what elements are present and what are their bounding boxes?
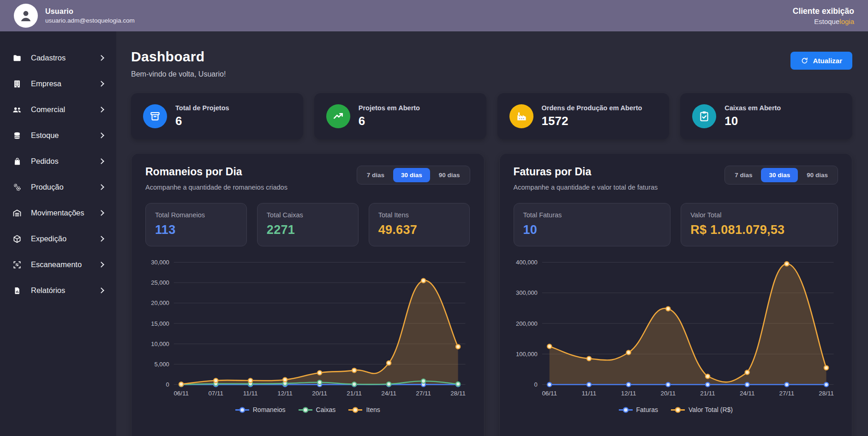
legend-label: Caixas (316, 406, 336, 413)
chevron-right-icon (98, 236, 104, 242)
line-chart-faturas: 0100,000200,000300,000400,00006/1111/111… (514, 255, 838, 403)
legend-item-romaneios[interactable]: Romaneios (235, 406, 286, 413)
svg-text:5,000: 5,000 (154, 361, 169, 368)
summary-total-faturas: Total Faturas10 (514, 203, 671, 246)
sidebar-item-estoque[interactable]: Estoque (0, 125, 116, 146)
range-button-30-dias[interactable]: 30 dias (393, 168, 430, 182)
range-button-90-dias[interactable]: 90 dias (799, 168, 836, 182)
chart-title: Faturas por Dia (514, 166, 658, 178)
svg-text:28/11: 28/11 (450, 390, 466, 397)
svg-text:11/11: 11/11 (243, 390, 258, 397)
page-title: Dashboard (131, 49, 226, 65)
range-button-30-dias[interactable]: 30 dias (761, 168, 798, 182)
legend-item-caixas[interactable]: Caixas (299, 406, 336, 413)
brand-logo: Estoquelogia (793, 18, 854, 25)
chevron-right-icon (98, 262, 104, 268)
chart-legend: FaturasValor Total (R$) (514, 406, 838, 413)
summary-total-romaneios: Total Romaneios113 (145, 203, 247, 246)
page-subtitle: Bem-vindo de volta, Usuario! (131, 70, 226, 78)
sidebar-item-movimentacoes[interactable]: Movimentações (0, 202, 116, 224)
client-name: Cliente exibição (793, 6, 854, 16)
summary-value: 2271 (267, 223, 349, 237)
charts-row: Romaneios por DiaAcompanhe a quantidade … (131, 153, 852, 436)
bag-icon (12, 157, 22, 166)
sidebar-item-label: Movimentações (31, 209, 90, 217)
legend-item-faturas[interactable]: Faturas (619, 406, 658, 413)
refresh-icon (801, 57, 808, 65)
stat-card-label: Ordens de Produção em Aberto (542, 104, 642, 112)
stat-card-projetos-em-aberto: Projetos em Aberto6 (314, 93, 486, 139)
user-name: Usuario (45, 7, 135, 16)
chevron-right-icon (98, 184, 104, 190)
svg-text:12/11: 12/11 (621, 390, 636, 397)
range-button-7-dias[interactable]: 7 dias (727, 168, 760, 182)
chart-summaries: Total Romaneios113Total Caixas2271Total … (145, 203, 470, 246)
legend-label: Faturas (636, 406, 658, 413)
chart-summaries: Total Faturas10Valor TotalR$ 1.081.079,5… (514, 203, 838, 246)
chart-panel-romaneios: Romaneios por DiaAcompanhe a quantidade … (131, 153, 485, 436)
sidebar-item-cadastros[interactable]: Cadastros (0, 47, 116, 69)
chevron-right-icon (98, 107, 104, 113)
legend-label: Itens (366, 406, 380, 413)
svg-text:15,000: 15,000 (151, 320, 169, 327)
sidebar-item-producao[interactable]: Produção (0, 176, 116, 198)
sidebar-item-label: Comercial (31, 105, 90, 114)
svg-text:300,000: 300,000 (516, 289, 538, 296)
svg-text:06/11: 06/11 (174, 390, 189, 397)
sidebar-item-label: Pedidos (31, 157, 90, 166)
clipboard-check-icon (692, 104, 716, 128)
svg-text:28/11: 28/11 (819, 390, 834, 397)
svg-text:07/11: 07/11 (208, 390, 223, 397)
sidebar-item-expedicao[interactable]: Expedição (0, 228, 116, 250)
svg-text:24/11: 24/11 (381, 390, 396, 397)
sidebar-item-relatorios[interactable]: Relatórios (0, 280, 116, 301)
stat-card-label: Projetos em Aberto (359, 104, 420, 112)
svg-text:30,000: 30,000 (151, 259, 169, 266)
person-icon (18, 8, 34, 24)
summary-label: Valor Total (690, 211, 828, 219)
user-profile[interactable]: Usuario usuario.adm@estoquelogia.com (14, 4, 135, 28)
legend-item-itens[interactable]: Itens (348, 406, 380, 413)
qr-icon (12, 260, 22, 269)
legend-label: Romaneios (253, 406, 286, 413)
summary-total-itens: Total Itens49.637 (369, 203, 470, 246)
stat-card-value: 10 (724, 114, 781, 128)
sidebar-item-pedidos[interactable]: Pedidos (0, 150, 116, 172)
chevron-right-icon (98, 132, 104, 138)
sidebar-item-label: Expedição (31, 234, 90, 243)
stat-card-label: Total de Projetos (175, 104, 229, 112)
summary-value: 49.637 (378, 223, 461, 237)
chevron-right-icon (98, 158, 104, 164)
sidebar-item-comercial[interactable]: Comercial (0, 99, 116, 120)
svg-text:21/11: 21/11 (347, 390, 362, 397)
avatar[interactable] (14, 4, 38, 28)
svg-text:27/11: 27/11 (416, 390, 431, 397)
legend-item-valor-total-r-[interactable]: Valor Total (R$) (671, 406, 733, 413)
svg-text:200,000: 200,000 (516, 320, 538, 327)
summary-total-caixas: Total Caixas2271 (257, 203, 359, 246)
range-button-group: 7 dias30 dias90 dias (724, 166, 838, 185)
stat-card-total-de-projetos: Total de Projetos6 (131, 93, 303, 139)
range-button-7-dias[interactable]: 7 dias (359, 168, 392, 182)
sidebar-item-empresa[interactable]: Empresa (0, 73, 116, 95)
top-header: Usuario usuario.adm@estoquelogia.com Cli… (0, 0, 868, 31)
sidebar-item-escaneamento[interactable]: Escaneamento (0, 254, 116, 275)
range-button-90-dias[interactable]: 90 dias (431, 168, 468, 182)
package-icon (12, 234, 22, 244)
sidebar-item-label: Empresa (31, 79, 90, 88)
refresh-button[interactable]: Atualizar (790, 52, 852, 70)
factory-icon (509, 104, 533, 128)
line-chart-romaneios: 05,00010,00015,00020,00025,00030,00006/1… (145, 255, 470, 403)
summary-label: Total Itens (378, 211, 461, 219)
chart-legend: RomaneiosCaixasItens (145, 406, 470, 413)
legend-marker-icon (619, 407, 633, 413)
sidebar-item-label: Escaneamento (31, 260, 90, 269)
sidebar-item-label: Estoque (31, 131, 90, 140)
svg-text:11/11: 11/11 (581, 390, 596, 397)
chevron-right-icon (98, 81, 104, 87)
chart-title: Romaneios por Dia (145, 166, 287, 178)
svg-text:21/11: 21/11 (700, 390, 715, 397)
report-icon (12, 286, 22, 295)
chart-subtitle: Acompanhe a quantidade e valor total de … (514, 184, 658, 191)
main-content: Dashboard Bem-vindo de volta, Usuario! A… (116, 31, 868, 436)
